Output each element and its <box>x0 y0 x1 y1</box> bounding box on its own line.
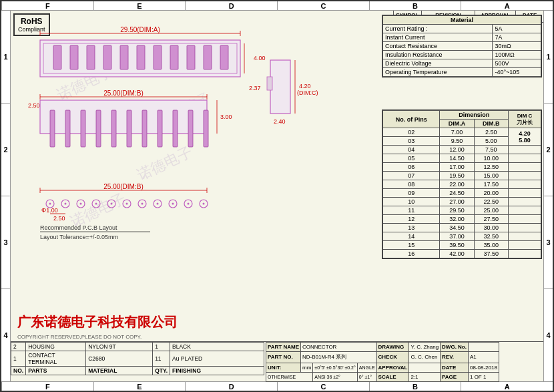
svg-rect-12 <box>154 45 162 69</box>
col-f-bot: F <box>1 381 94 391</box>
svg-text:诺德电子: 诺德电子 <box>135 144 195 184</box>
dim-b-5: 15.00 <box>474 172 508 180</box>
dim-a-9: 29.50 <box>440 206 474 215</box>
svg-rect-41 <box>188 110 193 147</box>
col-labels-bottom: F E D C B A <box>1 381 553 391</box>
svg-rect-32 <box>50 110 55 147</box>
dim-a-14: 42.00 <box>440 250 474 258</box>
dimension-table: No. of Pins Dimension DIM C刀片长 DIM.A DIM… <box>382 110 542 259</box>
svg-text:2.37: 2.37 <box>249 85 261 91</box>
main-drawing-svg: 诺德电子 诺德电子 诺德电子 诺德电子 <box>20 20 397 314</box>
dim-a-4: 17.00 <box>440 163 474 172</box>
col-a-bot: A <box>461 381 553 391</box>
mat-row-5-label: Operating Temperature <box>383 68 493 77</box>
angle-value: 0° ±1° <box>357 372 376 381</box>
svg-text:25.00(DIM:B): 25.00(DIM:B) <box>103 89 143 97</box>
col-a-top: A <box>461 1 553 11</box>
check-value: G. C. Chen <box>409 352 441 363</box>
dim-b-10: 27.50 <box>474 215 508 224</box>
svg-rect-39 <box>158 110 162 147</box>
svg-rect-6 <box>53 45 61 69</box>
no-col-1: 1 <box>11 351 26 367</box>
row-labels-left: 1 2 3 4 <box>1 11 11 381</box>
col-e-bot: E <box>94 381 186 391</box>
row-1-left: 1 <box>1 11 11 104</box>
unit-label: UNIT: <box>266 363 301 372</box>
dim-a-3: 14.50 <box>440 154 474 163</box>
finishing-header: FINISHING <box>170 367 264 375</box>
approval-value <box>409 363 441 372</box>
scale-value: 2:1 <box>409 372 441 381</box>
dim-b-7: 20.00 <box>474 189 508 198</box>
svg-text:25.00(DIM:B): 25.00(DIM:B) <box>103 183 143 190</box>
qty-col-2: 1 <box>153 343 170 351</box>
svg-point-76 <box>172 203 174 205</box>
svg-rect-9 <box>103 45 111 69</box>
dim-a-8: 27.00 <box>440 198 474 206</box>
dim-a-11: 34.50 <box>440 224 474 232</box>
dim-a-10: 32.00 <box>440 215 474 224</box>
dim-a-0: 7.00 <box>440 128 474 137</box>
dim-b-14: 37.50 <box>474 250 508 258</box>
tolerance-value: ±0°5' ±0.5°30' ±0.2° <box>313 363 358 372</box>
dim-header-dimb: DIM.B <box>474 120 508 128</box>
svg-point-77 <box>188 203 190 205</box>
dim-b-6: 17.50 <box>474 180 508 189</box>
svg-point-75 <box>157 203 159 205</box>
part-no-label: PART NO. <box>266 352 301 363</box>
svg-rect-14 <box>187 45 195 69</box>
qty-col-1: 11 <box>153 351 170 367</box>
svg-rect-46 <box>267 77 272 90</box>
svg-text:Layout Tolerance=+/-0.05mm: Layout Tolerance=+/-0.05mm <box>40 234 118 240</box>
svg-text:2.40: 2.40 <box>274 118 286 125</box>
col-b-top: B <box>370 1 462 11</box>
svg-rect-10 <box>120 45 128 69</box>
svg-text:2.50: 2.50 <box>53 215 65 222</box>
rev-value: A1 <box>468 352 499 363</box>
col-c-top: C <box>278 1 370 11</box>
col-d-top: D <box>186 1 278 11</box>
dim-header-dimc: DIM C刀片长 <box>509 111 541 128</box>
svg-point-71 <box>95 203 97 205</box>
main-area: RoHS Compliant SYMBOL REVISION APPROVAL … <box>11 11 543 381</box>
scale-label: SCALE <box>376 372 409 381</box>
svg-point-73 <box>126 203 128 205</box>
svg-text:2.50: 2.50 <box>28 102 40 109</box>
drawing-label: DRAWING <box>376 343 409 352</box>
angle-label: ANGLE <box>357 363 376 372</box>
mat-row-0-val: 5A <box>493 25 541 33</box>
part-name-label: PART NAME <box>266 343 301 352</box>
dim-a-2: 12.00 <box>440 146 474 154</box>
mat-row-3-label: Insulation Resistance <box>383 51 493 59</box>
svg-rect-16 <box>220 45 228 69</box>
mat-row-4-val: 500V <box>493 59 541 68</box>
mat-row-5-val: -40°~105 <box>493 68 541 77</box>
col-b-bot: B <box>370 381 462 391</box>
otherwise-value: ANSI 36 ±2° <box>313 372 358 381</box>
svg-text:(DIM:C): (DIM:C) <box>297 89 318 96</box>
dwg-no-label: DWG. No. <box>441 343 469 352</box>
svg-text:4.00: 4.00 <box>254 55 266 61</box>
dim-a-13: 39.50 <box>440 241 474 250</box>
svg-rect-35 <box>96 110 101 147</box>
mat-row-3-val: 100MΩ <box>493 51 541 59</box>
check-label: CHECK <box>376 352 409 363</box>
svg-text:Recommended P.C.B Layout: Recommended P.C.B Layout <box>40 224 117 231</box>
svg-point-68 <box>49 203 51 205</box>
dim-b-4: 12.50 <box>474 163 508 172</box>
parts-col-2: HOUSING <box>26 343 86 351</box>
col-e-top: E <box>94 1 186 11</box>
row-1-right: 1 <box>543 11 553 104</box>
material-header: MATERIAL <box>86 367 153 375</box>
svg-rect-45 <box>270 60 290 114</box>
row-3-left: 3 <box>1 196 11 289</box>
svg-point-74 <box>142 203 144 205</box>
dim-a-6: 22.00 <box>440 180 474 189</box>
mat-row-1-label: Instant Current <box>383 33 493 42</box>
row-4-left: 4 <box>1 289 11 381</box>
drawing-border: F E D C B A F E D C B A 1 2 3 4 1 2 3 4 … <box>0 0 554 392</box>
row-4-right: 4 <box>543 289 553 381</box>
svg-rect-15 <box>204 45 212 69</box>
company-name: 广东诺德电子科技有限公司 <box>17 313 178 331</box>
material-col-2: NYLON 9T <box>86 343 153 351</box>
